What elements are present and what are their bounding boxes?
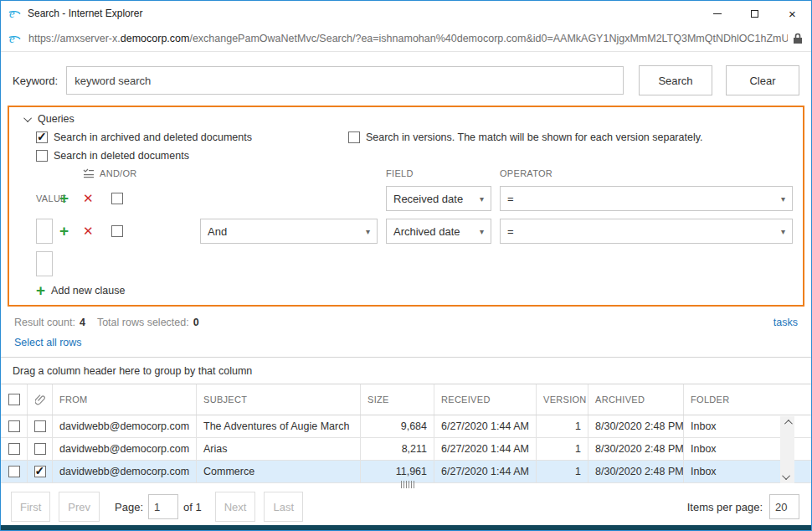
field-select[interactable]: Archived date ▾ — [386, 219, 491, 244]
criteria-list-icon — [83, 168, 95, 178]
search-button[interactable]: Search — [639, 65, 712, 95]
row-attachment-checkbox[interactable] — [34, 466, 46, 477]
column-header-archived[interactable]: ARCHIVED — [588, 384, 684, 415]
select-all-rows-link[interactable]: Select all rows — [14, 337, 82, 348]
operator-select[interactable]: = ▾ — [500, 219, 793, 244]
clause-value-input[interactable] — [36, 219, 53, 244]
cell-from: davidwebb@democorp.com — [53, 438, 197, 460]
url-field[interactable]: https://amxserver-x.democorp.com/exchang… — [28, 33, 788, 44]
clause-value-input[interactable] — [36, 251, 53, 276]
cell-from: davidwebb@democorp.com — [53, 415, 197, 437]
group-by-bar[interactable]: Drag a column header here to group by th… — [1, 357, 811, 384]
versions-checkbox[interactable] — [348, 131, 360, 143]
next-page-button[interactable]: Next — [215, 492, 256, 522]
deleted-documents-checkbox[interactable] — [36, 150, 48, 162]
clause-checkbox[interactable] — [111, 193, 123, 204]
queries-header-label: Queries — [38, 113, 75, 125]
first-page-button[interactable]: First — [11, 492, 50, 522]
scrollbar-down-icon[interactable] — [780, 471, 794, 483]
andor-select[interactable]: And ▾ — [200, 219, 378, 244]
results-table: FROM SUBJECT SIZE RECEIVED VERSION ARCHI… — [1, 384, 811, 483]
field-select-value: Received date — [393, 193, 476, 205]
result-count-value: 4 — [80, 317, 85, 328]
row-select-checkbox[interactable] — [8, 466, 20, 477]
add-clause-icon[interactable]: + — [59, 225, 75, 237]
add-new-clause-label: Add new clause — [51, 285, 125, 296]
keyword-section: Keyword: Search Clear — [1, 52, 811, 106]
operator-select-value: = — [507, 193, 778, 205]
clause-builder: AND/OR FIELD OPERATOR VALUE + ✕ Received… — [36, 168, 793, 276]
add-clause-icon[interactable]: + — [59, 193, 75, 204]
field-select[interactable]: Received date ▾ — [386, 186, 491, 211]
query-options-line-2: Search in deleted documents — [36, 150, 793, 162]
resize-grip[interactable] — [401, 481, 414, 488]
column-header-folder[interactable]: FOLDER — [684, 384, 811, 415]
cell-archived: 8/30/2020 2:48 PM — [588, 461, 684, 482]
remove-clause-icon[interactable]: ✕ — [83, 191, 103, 206]
field-column-header: FIELD — [386, 168, 491, 178]
column-header-received[interactable]: RECEIVED — [434, 384, 537, 415]
row-attachment-checkbox[interactable] — [34, 420, 46, 432]
deleted-documents-label: Search in deleted documents — [54, 150, 189, 162]
select-all-checkbox[interactable] — [8, 394, 20, 405]
maximize-icon — [751, 10, 758, 18]
cell-version: 1 — [537, 415, 588, 437]
svg-text:e: e — [9, 7, 15, 20]
clear-button[interactable]: Clear — [726, 65, 799, 95]
cell-subject: Arias — [197, 438, 361, 460]
table-row[interactable]: davidwebb@democorp.com Arias 8,211 6/27/… — [1, 438, 811, 461]
page-label: Page: — [115, 501, 143, 513]
last-page-button[interactable]: Last — [264, 492, 303, 522]
row-select-checkbox[interactable] — [8, 420, 20, 432]
query-options-line-1: Search in archived and deleted documents… — [36, 131, 793, 143]
page-number-input[interactable] — [148, 494, 178, 519]
items-per-page-input[interactable] — [769, 494, 799, 519]
table-row[interactable]: davidwebb@democorp.com The Adventures of… — [1, 415, 811, 438]
operator-select[interactable]: = ▾ — [500, 186, 793, 211]
chevron-down-icon — [23, 114, 32, 122]
keyword-input[interactable] — [66, 66, 624, 95]
operator-column-header: OPERATOR — [500, 168, 793, 178]
vertical-scrollbar[interactable] — [780, 416, 794, 483]
url-prefix: https://amxserver-x. — [28, 33, 121, 44]
cell-version: 1 — [537, 438, 588, 460]
operator-select-value: = — [507, 225, 778, 238]
prev-page-button[interactable]: Prev — [59, 492, 100, 522]
column-header-subject[interactable]: SUBJECT — [197, 384, 361, 415]
row-select-checkbox[interactable] — [8, 443, 20, 455]
cell-size: 9,684 — [361, 415, 434, 437]
row-attachment-checkbox[interactable] — [34, 443, 46, 455]
total-selected-value: 0 — [193, 317, 199, 328]
attachment-header-cell — [28, 384, 53, 415]
queries-collapse-header[interactable]: Queries — [26, 113, 93, 125]
title-bar: e Search - Internet Explorer × — [1, 1, 811, 26]
window-controls: × — [698, 1, 811, 26]
browser-window: { "window": { "title": "Search - Interne… — [0, 0, 812, 531]
cell-archived: 8/30/2020 2:48 PM — [588, 438, 684, 460]
add-new-clause-link[interactable]: + Add new clause — [36, 285, 153, 296]
column-header-version[interactable]: VERSION — [537, 384, 588, 415]
andor-select-value: And — [208, 225, 362, 238]
total-selected-label: Total rows selected: — [97, 317, 189, 328]
cell-received: 6/27/2020 1:44 AM — [434, 415, 537, 437]
window-title: Search - Internet Explorer — [28, 8, 698, 19]
pagination-bar: First Prev Page: of 1 Next Last Items pe… — [1, 483, 811, 522]
minimize-button[interactable] — [698, 1, 736, 26]
cell-received: 6/27/2020 1:44 AM — [434, 461, 537, 482]
archived-deleted-checkbox[interactable] — [36, 131, 48, 143]
column-header-from[interactable]: FROM — [53, 384, 197, 415]
scrollbar-up-icon[interactable] — [780, 416, 794, 429]
paperclip-icon — [35, 394, 45, 405]
remove-clause-icon[interactable]: ✕ — [83, 224, 103, 239]
close-button[interactable]: × — [773, 1, 811, 26]
select-all-checkbox-cell — [1, 384, 28, 415]
group-by-hint: Drag a column header here to group by th… — [13, 365, 252, 377]
table-row[interactable]: davidwebb@democorp.com Commerce 11,961 6… — [1, 461, 811, 483]
add-clause-icon: + — [36, 285, 45, 296]
column-header-size[interactable]: SIZE — [361, 384, 434, 415]
tasks-link[interactable]: tasks — [773, 317, 798, 328]
maximize-button[interactable] — [736, 1, 773, 26]
cell-subject: The Adventures of Augie March — [197, 415, 361, 437]
clause-checkbox[interactable] — [111, 225, 123, 237]
andor-column-header: AND/OR — [100, 168, 137, 178]
